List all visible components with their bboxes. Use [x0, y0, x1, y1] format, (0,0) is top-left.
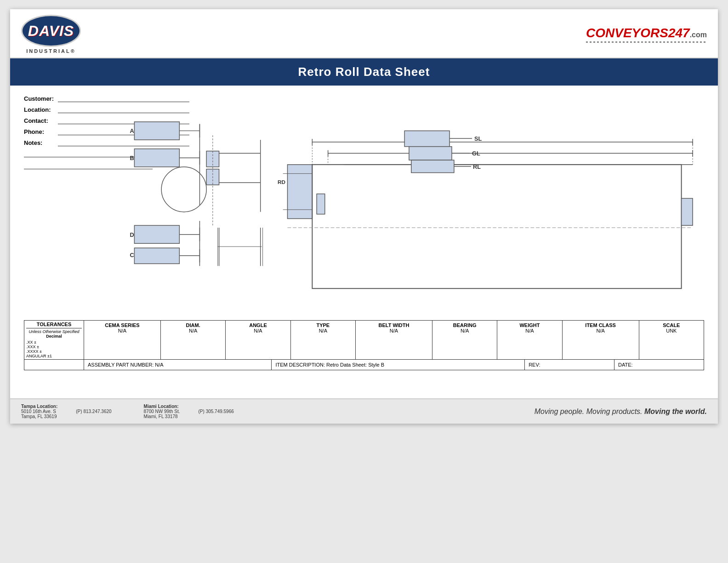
svg-text:B: B — [130, 155, 134, 161]
svg-text:GL: GL — [472, 150, 480, 157]
tampa-phone: (P) 813.247.3620 — [76, 409, 111, 414]
bearing-value: N/A — [435, 328, 494, 333]
assembly-value: N/A — [155, 362, 163, 368]
svg-rect-34 — [404, 131, 449, 146]
date-label: DATE: — [618, 362, 633, 368]
svg-rect-47 — [411, 160, 454, 172]
miami-phone: (P) 305.749.5966 — [199, 409, 234, 414]
conveyors-247: 247 — [668, 26, 690, 40]
weight-cell: WEIGHT N/A — [497, 321, 562, 359]
svg-text:D: D — [130, 231, 134, 238]
conveyors-text: CONVEYORS — [586, 26, 668, 40]
data-table: TOLERANCES Unless Otherwise Specified De… — [24, 320, 704, 370]
assembly-label: ASSEMBLY PART NUMBER: — [88, 362, 154, 368]
svg-text:RD: RD — [278, 179, 285, 185]
angle-value: N/A — [228, 328, 287, 333]
belt-width-header: BELT WIDTH — [358, 322, 429, 328]
davis-text: DAVIS — [28, 23, 74, 40]
footer: Tampa Location: 5010 16th Ave. STampa, F… — [10, 398, 718, 424]
cema-series-header: CEMA SERIES — [87, 322, 158, 328]
tolerances-sub: Unless Otherwise Specified — [26, 329, 82, 334]
belt-width-cell: BELT WIDTH N/A — [356, 321, 432, 359]
bearing-header: BEARING — [435, 322, 494, 328]
svg-rect-16 — [134, 225, 179, 243]
tagline: Moving people. Moving products. Moving t… — [252, 408, 707, 416]
header: DAVIS INDUSTRIAL® CONVEYORS 247 .com — [10, 9, 718, 58]
cema-series-value: N/A — [87, 328, 158, 333]
table-bottom-row: ASSEMBLY PART NUMBER: N/A ITEM DESCRIPTI… — [24, 360, 704, 370]
description-label: ITEM DESCRIPTION: — [275, 362, 325, 368]
type-value: N/A — [294, 328, 353, 333]
tolerances-decimal: Decimal — [26, 334, 82, 339]
belt-width-value: N/A — [358, 328, 429, 333]
page-title: Retro Roll Data Sheet — [10, 65, 718, 79]
bearing-cell: BEARING N/A — [432, 321, 497, 359]
davis-logo: DAVIS INDUSTRIAL® — [21, 15, 81, 54]
industrial-text: INDUSTRIAL® — [26, 48, 76, 54]
svg-rect-30 — [682, 198, 693, 225]
scale-value: UNK — [642, 328, 701, 333]
tampa-location: Tampa Location: 5010 16th Ave. STampa, F… — [21, 404, 57, 419]
description-col: ITEM DESCRIPTION: Retro Data Sheet: Styl… — [272, 360, 525, 370]
svg-text:C: C — [130, 252, 134, 259]
svg-rect-20 — [134, 248, 179, 264]
angle-cell: ANGLE N/A — [226, 321, 290, 359]
conveyors-com: .com — [690, 31, 707, 39]
title-bar: Retro Roll Data Sheet — [10, 58, 718, 86]
cema-series-cell: CEMA SERIES N/A — [84, 321, 161, 359]
tolerances-header: TOLERANCES — [26, 322, 82, 328]
scale-header: SCALE — [642, 322, 701, 328]
svg-text:RL: RL — [473, 163, 481, 170]
tampa-phone-number: 813.247.3620 — [83, 409, 111, 414]
miami-phone-label: (P) — [199, 409, 205, 414]
tolerances-values: .XX ± .XXX ± .XXXX ± ANGULAR ±1 — [26, 340, 82, 358]
miami-address: 8700 NW 99th St.Miami, FL 33178 — [144, 409, 180, 419]
item-class-header: ITEM CLASS — [565, 322, 636, 328]
svg-rect-42 — [409, 147, 452, 160]
svg-rect-26 — [287, 165, 312, 219]
diam-cell: DIAM. N/A — [161, 321, 226, 359]
type-header: TYPE — [294, 322, 353, 328]
conveyors-logo: CONVEYORS 247 .com — [586, 26, 707, 43]
rev-col: REV: — [525, 360, 614, 370]
tampa-phone-label: (P) — [76, 409, 82, 414]
date-col: DATE: — [614, 360, 704, 370]
svg-text:A: A — [130, 127, 134, 134]
angle-header: ANGLE — [228, 322, 287, 328]
content-area: Customer: Location: Contact: Phone: Note… — [10, 86, 718, 398]
item-class-cell: ITEM CLASS N/A — [563, 321, 639, 359]
assembly-col: ASSEMBLY PART NUMBER: N/A — [84, 360, 272, 370]
type-cell: TYPE N/A — [291, 321, 356, 359]
diam-header: DIAM. — [164, 322, 222, 328]
svg-text:SL: SL — [474, 135, 482, 142]
miami-phone-number: 305.749.5966 — [206, 409, 234, 414]
description-value: Retro Data Sheet: Style B — [326, 362, 384, 368]
svg-rect-4 — [134, 149, 179, 167]
table-header-row: TOLERANCES Unless Otherwise Specified De… — [24, 321, 704, 360]
miami-location: Miami Location: 8700 NW 99th St.Miami, F… — [144, 404, 180, 419]
conveyors-underline — [586, 41, 707, 43]
page: DAVIS INDUSTRIAL® CONVEYORS 247 .com Ret… — [10, 9, 718, 424]
technical-drawing: A B — [24, 95, 704, 316]
svg-rect-0 — [134, 122, 179, 140]
tampa-address: 5010 16th Ave. STampa, FL 33619 — [21, 409, 57, 419]
item-class-value: N/A — [565, 328, 636, 333]
tagline-part1: Moving people. Moving products. — [535, 408, 644, 415]
scale-cell: SCALE UNK — [639, 321, 704, 359]
weight-value: N/A — [500, 328, 559, 333]
bottom-left-spacer — [24, 360, 84, 370]
rev-label: REV: — [529, 362, 540, 368]
tolerances-cell: TOLERANCES Unless Otherwise Specified De… — [24, 321, 84, 359]
tampa-label: Tampa Location: — [21, 404, 57, 409]
miami-label: Miami Location: — [144, 404, 179, 409]
svg-rect-50 — [317, 194, 325, 214]
tagline-part2: Moving the world. — [644, 408, 707, 415]
weight-header: WEIGHT — [500, 322, 559, 328]
diam-value: N/A — [164, 328, 222, 333]
drawing-svg: A B — [24, 95, 704, 316]
svg-rect-29 — [312, 165, 681, 288]
davis-oval: DAVIS — [21, 15, 81, 47]
